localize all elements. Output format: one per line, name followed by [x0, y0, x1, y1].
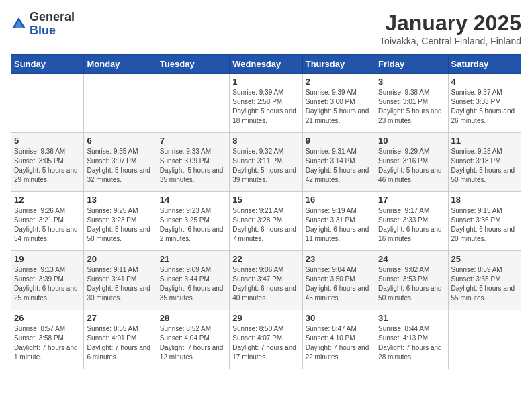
calendar-cell: [157, 74, 229, 133]
calendar-cell: 4Sunrise: 9:37 AMSunset: 3:03 PMDaylight…: [448, 74, 521, 133]
calendar-cell: 10Sunrise: 9:29 AMSunset: 3:16 PMDayligh…: [375, 133, 448, 192]
calendar-week-row: 1Sunrise: 9:39 AMSunset: 2:58 PMDaylight…: [11, 74, 521, 133]
calendar-cell: 15Sunrise: 9:21 AMSunset: 3:28 PMDayligh…: [230, 192, 302, 251]
day-number: 7: [160, 136, 226, 146]
calendar-cell: 3Sunrise: 9:38 AMSunset: 3:01 PMDaylight…: [375, 74, 448, 133]
calendar-cell: [448, 310, 521, 369]
day-info: Sunrise: 9:36 AMSunset: 3:05 PMDaylight:…: [14, 147, 81, 185]
day-number: 10: [378, 136, 445, 146]
day-number: 12: [14, 195, 81, 205]
calendar-cell: 8Sunrise: 9:32 AMSunset: 3:11 PMDaylight…: [230, 133, 302, 192]
day-info: Sunrise: 8:59 AMSunset: 3:55 PMDaylight:…: [451, 265, 518, 303]
day-number: 13: [87, 195, 153, 205]
calendar-cell: 2Sunrise: 9:39 AMSunset: 3:00 PMDaylight…: [302, 74, 375, 133]
day-number: 20: [87, 254, 153, 264]
day-info: Sunrise: 8:55 AMSunset: 4:01 PMDaylight:…: [87, 324, 153, 362]
day-info: Sunrise: 9:28 AMSunset: 3:18 PMDaylight:…: [451, 147, 518, 185]
day-number: 4: [451, 77, 518, 87]
day-number: 24: [378, 254, 445, 264]
calendar-cell: 31Sunrise: 8:44 AMSunset: 4:13 PMDayligh…: [375, 310, 448, 369]
day-info: Sunrise: 9:25 AMSunset: 3:23 PMDaylight:…: [87, 206, 153, 244]
day-info: Sunrise: 9:32 AMSunset: 3:11 PMDaylight:…: [232, 147, 299, 185]
weekday-header-saturday: Saturday: [448, 55, 521, 74]
calendar-week-row: 26Sunrise: 8:57 AMSunset: 3:58 PMDayligh…: [11, 310, 521, 369]
logo: General Blue: [11, 11, 75, 38]
day-number: 11: [451, 136, 518, 146]
day-number: 31: [378, 313, 445, 323]
calendar-cell: 7Sunrise: 9:33 AMSunset: 3:09 PMDaylight…: [157, 133, 229, 192]
day-info: Sunrise: 9:39 AMSunset: 2:58 PMDaylight:…: [232, 88, 299, 126]
calendar-cell: [11, 74, 84, 133]
calendar-cell: 17Sunrise: 9:17 AMSunset: 3:33 PMDayligh…: [375, 192, 448, 251]
weekday-header-friday: Friday: [375, 55, 448, 74]
day-info: Sunrise: 9:37 AMSunset: 3:03 PMDaylight:…: [451, 88, 518, 126]
day-info: Sunrise: 9:04 AMSunset: 3:50 PMDaylight:…: [306, 265, 372, 303]
day-number: 30: [306, 313, 372, 323]
day-info: Sunrise: 9:21 AMSunset: 3:28 PMDaylight:…: [232, 206, 299, 244]
day-number: 8: [232, 136, 299, 146]
day-info: Sunrise: 8:44 AMSunset: 4:13 PMDaylight:…: [378, 324, 445, 362]
logo-text: General Blue: [30, 11, 75, 38]
day-info: Sunrise: 9:13 AMSunset: 3:39 PMDaylight:…: [14, 265, 81, 303]
weekday-header-tuesday: Tuesday: [157, 55, 229, 74]
day-number: 25: [451, 254, 518, 264]
calendar-table: SundayMondayTuesdayWednesdayThursdayFrid…: [11, 54, 521, 369]
calendar-cell: 29Sunrise: 8:50 AMSunset: 4:07 PMDayligh…: [230, 310, 302, 369]
calendar-title: January 2025: [380, 11, 521, 36]
calendar-week-row: 5Sunrise: 9:36 AMSunset: 3:05 PMDaylight…: [11, 133, 521, 192]
day-info: Sunrise: 9:39 AMSunset: 3:00 PMDaylight:…: [306, 88, 372, 126]
title-block: January 2025 Toivakka, Central Finland, …: [380, 11, 521, 46]
day-number: 16: [306, 195, 372, 205]
weekday-header-thursday: Thursday: [302, 55, 375, 74]
day-info: Sunrise: 9:35 AMSunset: 3:07 PMDaylight:…: [87, 147, 153, 185]
weekday-header-sunday: Sunday: [11, 55, 84, 74]
calendar-cell: 18Sunrise: 9:15 AMSunset: 3:36 PMDayligh…: [448, 192, 521, 251]
day-number: 2: [306, 77, 372, 87]
day-number: 27: [87, 313, 153, 323]
weekday-header-monday: Monday: [84, 55, 157, 74]
calendar-cell: 25Sunrise: 8:59 AMSunset: 3:55 PMDayligh…: [448, 251, 521, 310]
day-number: 3: [378, 77, 445, 87]
calendar-cell: 12Sunrise: 9:26 AMSunset: 3:21 PMDayligh…: [11, 192, 84, 251]
calendar-cell: 24Sunrise: 9:02 AMSunset: 3:53 PMDayligh…: [375, 251, 448, 310]
day-info: Sunrise: 9:17 AMSunset: 3:33 PMDaylight:…: [378, 206, 445, 244]
calendar-cell: 1Sunrise: 9:39 AMSunset: 2:58 PMDaylight…: [230, 74, 302, 133]
day-number: 23: [306, 254, 372, 264]
page-header: General Blue January 2025 Toivakka, Cent…: [11, 11, 521, 46]
calendar-cell: 13Sunrise: 9:25 AMSunset: 3:23 PMDayligh…: [84, 192, 157, 251]
day-number: 6: [87, 136, 153, 146]
day-number: 5: [14, 136, 81, 146]
day-number: 22: [232, 254, 299, 264]
calendar-cell: 30Sunrise: 8:47 AMSunset: 4:10 PMDayligh…: [302, 310, 375, 369]
calendar-cell: 23Sunrise: 9:04 AMSunset: 3:50 PMDayligh…: [302, 251, 375, 310]
calendar-cell: 6Sunrise: 9:35 AMSunset: 3:07 PMDaylight…: [84, 133, 157, 192]
calendar-cell: 26Sunrise: 8:57 AMSunset: 3:58 PMDayligh…: [11, 310, 84, 369]
weekday-header-wednesday: Wednesday: [230, 55, 302, 74]
day-number: 21: [160, 254, 226, 264]
day-info: Sunrise: 8:47 AMSunset: 4:10 PMDaylight:…: [306, 324, 372, 362]
day-info: Sunrise: 9:23 AMSunset: 3:25 PMDaylight:…: [160, 206, 226, 244]
logo-icon: [11, 16, 27, 32]
calendar-week-row: 19Sunrise: 9:13 AMSunset: 3:39 PMDayligh…: [11, 251, 521, 310]
day-number: 26: [14, 313, 81, 323]
calendar-cell: [84, 74, 157, 133]
calendar-cell: 21Sunrise: 9:09 AMSunset: 3:44 PMDayligh…: [157, 251, 229, 310]
day-info: Sunrise: 9:09 AMSunset: 3:44 PMDaylight:…: [160, 265, 226, 303]
day-info: Sunrise: 9:02 AMSunset: 3:53 PMDaylight:…: [378, 265, 445, 303]
day-info: Sunrise: 8:52 AMSunset: 4:04 PMDaylight:…: [160, 324, 226, 362]
calendar-cell: 5Sunrise: 9:36 AMSunset: 3:05 PMDaylight…: [11, 133, 84, 192]
day-number: 15: [232, 195, 299, 205]
day-info: Sunrise: 8:50 AMSunset: 4:07 PMDaylight:…: [232, 324, 299, 362]
calendar-cell: 14Sunrise: 9:23 AMSunset: 3:25 PMDayligh…: [157, 192, 229, 251]
calendar-cell: 22Sunrise: 9:06 AMSunset: 3:47 PMDayligh…: [230, 251, 302, 310]
calendar-cell: 27Sunrise: 8:55 AMSunset: 4:01 PMDayligh…: [84, 310, 157, 369]
calendar-cell: 19Sunrise: 9:13 AMSunset: 3:39 PMDayligh…: [11, 251, 84, 310]
day-number: 9: [306, 136, 372, 146]
day-number: 1: [232, 77, 299, 87]
calendar-cell: 11Sunrise: 9:28 AMSunset: 3:18 PMDayligh…: [448, 133, 521, 192]
day-info: Sunrise: 9:26 AMSunset: 3:21 PMDaylight:…: [14, 206, 81, 244]
day-number: 18: [451, 195, 518, 205]
day-number: 28: [160, 313, 226, 323]
calendar-cell: 16Sunrise: 9:19 AMSunset: 3:31 PMDayligh…: [302, 192, 375, 251]
calendar-week-row: 12Sunrise: 9:26 AMSunset: 3:21 PMDayligh…: [11, 192, 521, 251]
